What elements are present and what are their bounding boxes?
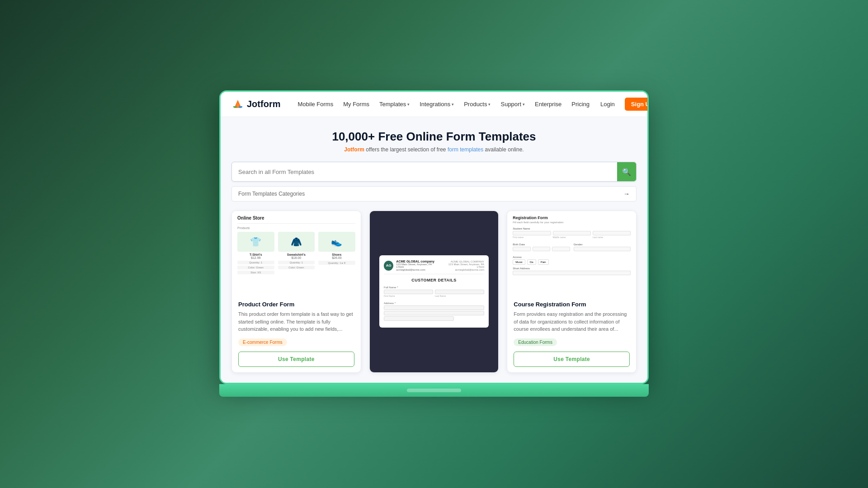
main-content: 10,000+ Free Online Form Templates Jotfo… bbox=[221, 117, 647, 384]
form-templates-link[interactable]: form templates bbox=[448, 146, 483, 153]
card-customer-registration: AG ACME GLOBAL company 123 Main Street, … bbox=[369, 211, 499, 373]
chevron-down-icon: ▾ bbox=[407, 102, 410, 107]
card-preview-registration: AG ACME GLOBAL company 123 Main Street, … bbox=[370, 211, 499, 372]
nav-my-forms[interactable]: My Forms bbox=[339, 98, 374, 110]
cards-grid: Online Store Products 👕 T-Shirt's $12.99… bbox=[231, 211, 637, 373]
nav-enterprise[interactable]: Enterprise bbox=[530, 98, 566, 110]
use-template-button-1[interactable]: Use Template bbox=[238, 352, 354, 367]
laptop-base bbox=[219, 384, 649, 397]
search-button[interactable]: 🔍 bbox=[617, 162, 636, 181]
svg-rect-3 bbox=[233, 106, 237, 108]
nav-mobile-forms[interactable]: Mobile Forms bbox=[293, 98, 338, 110]
card-product-order: Online Store Products 👕 T-Shirt's $12.99… bbox=[231, 211, 361, 373]
nav-links: Mobile Forms My Forms Templates ▾ Integr… bbox=[293, 98, 594, 110]
card-body-customer-registration: New Customer Registration Form A new cus… bbox=[370, 372, 499, 373]
svg-rect-4 bbox=[239, 106, 242, 108]
company-logo: AG bbox=[384, 261, 393, 271]
card-tag-ecommerce[interactable]: E-commerce Forms bbox=[238, 338, 287, 346]
nav-support[interactable]: Support ▾ bbox=[496, 98, 529, 110]
login-button[interactable]: Login bbox=[594, 98, 621, 110]
product-sweatshirt: 🧥 Sweatshirt's $18.00 Quantity: 1 Color:… bbox=[278, 232, 315, 274]
brand-name: Jotform bbox=[344, 146, 364, 153]
chevron-down-icon: ▾ bbox=[523, 102, 525, 107]
chevron-down-icon: ▾ bbox=[452, 102, 454, 107]
page-title: 10,000+ Free Online Form Templates bbox=[231, 130, 637, 144]
laptop-wrapper: Jotform Mobile Forms My Forms Templates … bbox=[219, 90, 649, 398]
nav-actions: Login Sign Up for Free bbox=[594, 98, 649, 111]
card-tag-education[interactable]: Education Forms bbox=[514, 338, 557, 346]
card-title: Product Order Form bbox=[238, 301, 354, 308]
hero-section: 10,000+ Free Online Form Templates Jotfo… bbox=[231, 130, 637, 153]
card-course-registration: Registration Form Fill each field carefu… bbox=[507, 211, 637, 373]
card-description: Form provides easy registration and the … bbox=[514, 310, 630, 333]
navigation: Jotform Mobile Forms My Forms Templates … bbox=[221, 92, 647, 117]
product-tshirt: 👕 T-Shirt's $12.99 Quantity: 1 Color: Gr… bbox=[237, 232, 274, 274]
laptop-screen: Jotform Mobile Forms My Forms Templates … bbox=[219, 90, 649, 384]
search-icon: 🔍 bbox=[622, 168, 631, 176]
nav-products[interactable]: Products ▾ bbox=[459, 98, 495, 110]
chevron-down-icon: ▾ bbox=[488, 102, 491, 107]
card-body-course-registration: Course Registration Form Form provides e… bbox=[507, 295, 636, 372]
search-bar: 🔍 bbox=[231, 162, 637, 182]
nav-integrations[interactable]: Integrations ▾ bbox=[415, 98, 458, 110]
logo-text: Jotform bbox=[247, 99, 280, 109]
divider bbox=[237, 223, 355, 224]
categories-label: Form Templates Categories bbox=[238, 191, 305, 197]
card-title: Course Registration Form bbox=[514, 301, 630, 308]
hero-subtitle: Jotform offers the largest selection of … bbox=[231, 146, 637, 153]
logo[interactable]: Jotform bbox=[231, 98, 280, 111]
card-preview-course: Registration Form Fill each field carefu… bbox=[507, 211, 636, 295]
product-shoes: 👟 Shoes $26.00 Quantity: 1 ▸ 8 bbox=[318, 232, 355, 274]
search-input[interactable] bbox=[232, 164, 617, 180]
signup-button[interactable]: Sign Up for Free bbox=[625, 98, 649, 111]
card-preview-store: Online Store Products 👕 T-Shirt's $12.99… bbox=[232, 211, 361, 295]
nav-templates[interactable]: Templates ▾ bbox=[375, 98, 414, 110]
card-description: This product order form template is a fa… bbox=[238, 310, 354, 333]
categories-bar[interactable]: Form Templates Categories → bbox=[231, 186, 637, 202]
card-body-product-order: Product Order Form This product order fo… bbox=[232, 295, 361, 372]
use-template-button-3[interactable]: Use Template bbox=[514, 352, 630, 367]
arrow-icon: → bbox=[623, 190, 630, 197]
nav-pricing[interactable]: Pricing bbox=[567, 98, 594, 110]
laptop-touchpad bbox=[407, 389, 461, 392]
